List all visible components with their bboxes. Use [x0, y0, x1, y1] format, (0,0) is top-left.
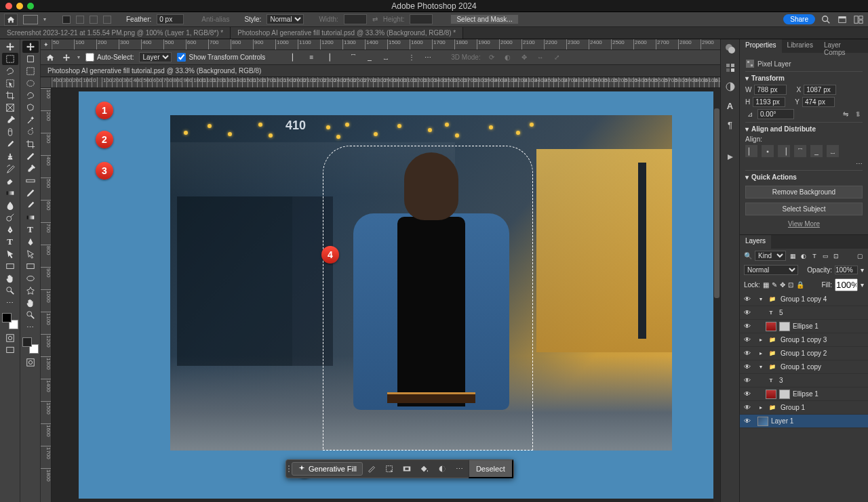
direct-selection-icon[interactable] — [22, 248, 39, 260]
selection-new-icon[interactable] — [62, 16, 71, 24]
brush-2-icon[interactable] — [22, 199, 39, 211]
color-swatches[interactable] — [2, 313, 18, 329]
spot-healing-tool-icon[interactable] — [2, 126, 18, 138]
object-selection-tool-icon[interactable] — [2, 77, 18, 89]
ruler-origin-2[interactable] — [41, 77, 52, 88]
elliptical-marquee-icon[interactable] — [22, 77, 39, 89]
tab-layer-comps[interactable]: Layer Comps — [818, 39, 868, 53]
remove-background-button[interactable]: Remove Background — [745, 186, 863, 198]
search-icon-2[interactable]: 🔍 — [744, 252, 752, 259]
ruler-origin[interactable]: ✦ — [41, 39, 52, 50]
pen-tool-icon[interactable] — [2, 224, 18, 236]
select-and-mask-button[interactable]: Select and Mask... — [450, 14, 518, 24]
canvas[interactable]: 410 — [52, 88, 720, 502]
ruler-vertical[interactable]: 1002003004005006007008009001000110012001… — [41, 88, 52, 502]
layer-name[interactable]: Ellipse 1 — [793, 322, 865, 330]
align-right-icon[interactable]: ▕ — [322, 52, 333, 63]
view-more-link[interactable]: View More — [745, 220, 863, 228]
layer-name[interactable]: Group 1 copy 4 — [781, 295, 865, 303]
lock-all-icon[interactable]: 🔒 — [796, 281, 804, 289]
quick-selection-icon[interactable] — [22, 126, 39, 138]
flip-v-icon[interactable]: ⥮ — [853, 110, 863, 119]
visibility-icon[interactable]: 👁 — [743, 363, 752, 371]
layer-row[interactable]: 👁Ellipse 1 — [740, 320, 868, 333]
ruler-tool-icon[interactable] — [22, 175, 39, 187]
custom-shape-icon[interactable] — [22, 285, 39, 297]
layer-name[interactable]: Group 1 — [781, 404, 865, 411]
slice-tool-icon[interactable] — [22, 150, 39, 163]
scrollbar-thumb[interactable] — [714, 108, 719, 298]
history-brush-tool-icon[interactable] — [2, 163, 18, 175]
taskbar-grip-icon[interactable] — [286, 465, 292, 472]
expand-icon[interactable]: ▾ — [757, 296, 764, 302]
quick-mask-2-icon[interactable] — [22, 356, 39, 369]
home-button[interactable] — [4, 14, 18, 26]
visibility-icon[interactable]: 👁 — [743, 377, 752, 384]
expand-icon[interactable]: ▸ — [757, 404, 764, 411]
crop-2-icon[interactable] — [22, 138, 39, 150]
align-hcenter-btn[interactable]: ▪ — [762, 145, 774, 157]
tab-layers[interactable]: Layers — [740, 235, 771, 249]
hand-2-icon[interactable] — [22, 297, 39, 309]
contextual-taskbar-icon[interactable] — [837, 14, 848, 25]
pencil-tool-icon[interactable] — [22, 187, 39, 199]
filter-pixel-icon[interactable]: ▦ — [789, 252, 797, 260]
eraser-tool-icon[interactable] — [2, 175, 18, 187]
layer-name[interactable]: Group 1 copy 2 — [781, 350, 865, 357]
document-tab-2[interactable]: Photoshop AI generative fill tutorial.ps… — [231, 27, 463, 39]
layer-name[interactable]: Layer 1 — [771, 417, 865, 425]
lasso-2-icon[interactable] — [22, 89, 39, 102]
dodge-tool-icon[interactable] — [2, 211, 18, 224]
ruler-horizontal-2[interactable]: 4003002001000100200300400500600700800900… — [52, 77, 720, 88]
tab-libraries[interactable]: Libraries — [782, 39, 818, 53]
zoom-2-icon[interactable] — [22, 309, 39, 321]
fill-selection-icon[interactable] — [416, 461, 433, 476]
layer-filter-select[interactable]: Kind — [755, 251, 786, 261]
tool-preset-picker[interactable] — [23, 15, 38, 24]
lock-position-icon[interactable]: ✥ — [780, 281, 785, 289]
hand-tool-icon[interactable] — [2, 272, 18, 285]
visibility-icon[interactable]: 👁 — [743, 350, 752, 357]
quick-mask-icon[interactable] — [2, 332, 18, 344]
selection-intersect-icon[interactable] — [103, 16, 111, 24]
layer-name[interactable]: 3 — [779, 377, 865, 384]
ruler-horizontal-1[interactable]: 5010020030040050060070080090010001100120… — [52, 39, 720, 50]
layer-row[interactable]: 👁▸📁Group 1 copy 3 — [740, 333, 868, 347]
chevron-down-5-icon[interactable]: ▾ — [745, 173, 749, 181]
style-select[interactable]: Normal — [267, 14, 304, 24]
subtract-selection-icon[interactable] — [363, 461, 380, 476]
rectangle-2-icon[interactable] — [22, 260, 39, 272]
modify-selection-icon[interactable] — [380, 461, 398, 476]
blur-tool-icon[interactable] — [2, 199, 18, 211]
align-left-icon[interactable]: ▏ — [290, 52, 300, 63]
scrollbar-vertical[interactable] — [713, 88, 720, 502]
rectangular-marquee-tool-icon[interactable] — [2, 53, 18, 65]
foreground-swatch-2[interactable] — [22, 337, 32, 347]
layer-row[interactable]: 👁▾📁Group 1 copy — [740, 360, 868, 374]
workspace-switcher-icon[interactable] — [853, 14, 864, 25]
align-vcenter-btn[interactable]: ⎯ — [810, 145, 823, 157]
type-2-icon[interactable]: T — [22, 224, 39, 236]
rectangle-tool-icon[interactable] — [2, 260, 18, 272]
deselect-button[interactable]: Deselect — [469, 459, 513, 478]
generative-fill-button[interactable]: Generative Fill — [292, 462, 363, 476]
foreground-color-swatch[interactable] — [2, 313, 12, 322]
blend-mode-select[interactable]: Normal — [744, 265, 798, 275]
opacity-input[interactable] — [835, 266, 858, 274]
home-icon-2[interactable] — [45, 52, 56, 63]
angle-input[interactable] — [757, 109, 794, 119]
selection-subtract-icon[interactable] — [90, 16, 98, 24]
align-more-icon[interactable]: ⋯ — [745, 160, 863, 167]
align-top-btn[interactable]: ⎴ — [794, 145, 806, 157]
minimize-window-icon[interactable] — [16, 3, 23, 9]
color-panel-icon[interactable] — [724, 42, 737, 56]
more-align-icon[interactable]: ⋯ — [422, 52, 433, 63]
align-center-h-icon[interactable]: ≡ — [306, 52, 317, 63]
expand-icon[interactable]: ▾ — [757, 364, 764, 370]
visibility-icon[interactable]: 👁 — [743, 404, 752, 411]
close-window-icon[interactable] — [5, 3, 12, 9]
gradient-tool-icon[interactable] — [2, 187, 18, 199]
swatches-panel-icon[interactable] — [724, 61, 737, 75]
path-selection-tool-icon[interactable] — [2, 248, 18, 260]
search-icon[interactable] — [821, 14, 831, 25]
